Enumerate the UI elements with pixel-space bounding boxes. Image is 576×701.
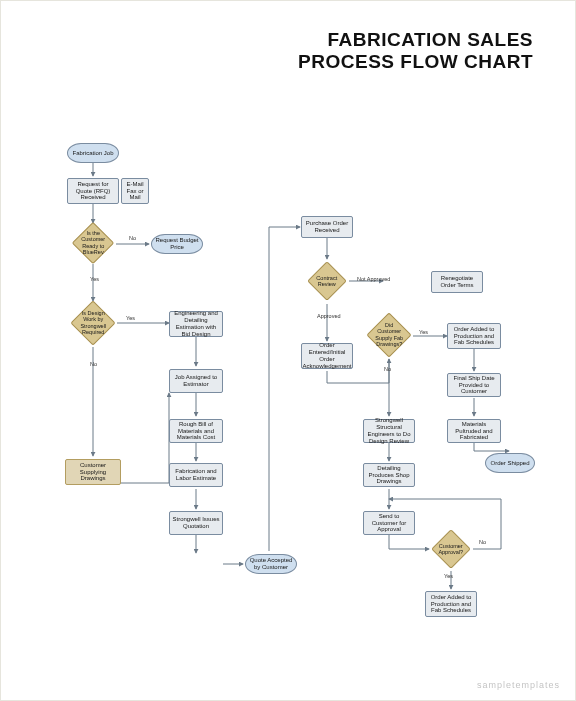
flowchart-canvas: Fabrication Job Request for Quote (RFQ) … — [1, 1, 575, 700]
node-bill: Rough Bill of Materials and Materials Co… — [169, 419, 223, 443]
node-q-contract: Contract Review — [307, 261, 347, 301]
watermark: sampletemplates — [477, 680, 560, 690]
node-order-entered: Order Entered/Initial Order Acknowledgem… — [301, 343, 353, 369]
page: FABRICATION SALES PROCESS FLOW CHART — [0, 0, 576, 701]
node-pultruded: Materials Pultruded and Fabricated — [447, 419, 501, 443]
node-engineering: Engineering and Detailing Estimation wit… — [169, 311, 223, 337]
node-final-ship: Final Ship Date Provided to Customer — [447, 373, 501, 397]
node-issues-quot: Strongwell Issues Quotation — [169, 511, 223, 535]
node-po: Purchase Order Received — [301, 216, 353, 238]
label-approved: Approved — [317, 313, 341, 319]
node-req-budget: Request Budget Price — [151, 234, 203, 254]
node-detailing: Detailing Produces Shop Drawings — [363, 463, 415, 487]
node-rfq: Request for Quote (RFQ) Received — [67, 178, 119, 204]
node-structural: Strongwell Structural Engineers to Do De… — [363, 419, 415, 443]
node-order-added: Order Added to Production and Fab Schedu… — [447, 323, 501, 349]
node-q-supply-fab: Did Customer Supply Fab Drawings? — [366, 312, 411, 357]
node-rfq-side: E-Mail Fax or Mail — [121, 178, 149, 204]
node-fab-est: Fabrication and Labor Estimate — [169, 463, 223, 487]
node-shipped: Order Shipped — [485, 453, 535, 473]
label-not-approved: Not Approved — [357, 276, 390, 282]
label-yes-2: Yes — [126, 315, 135, 321]
label-no-4: No — [479, 539, 486, 545]
node-q-design: Is Design Work by Strongwell Required — [70, 300, 115, 345]
node-order-added2: Order Added to Production and Fab Schedu… — [425, 591, 477, 617]
label-no-1: No — [129, 235, 136, 241]
label-no-3: No — [384, 366, 391, 372]
node-reneg: Renegotiate Order Terms — [431, 271, 483, 293]
connector-lines — [1, 1, 576, 701]
node-assign: Job Assigned to Estimator — [169, 369, 223, 393]
label-yes-3: Yes — [419, 329, 428, 335]
label-yes-1: Yes — [90, 276, 99, 282]
label-no-2: No — [90, 361, 97, 367]
node-q-cust-approval: Customer Approval? — [431, 529, 471, 569]
node-q-bluerev: Is the Customer Ready to BlueRev — [72, 222, 114, 264]
node-quote-accept: Quote Accepted by Customer — [245, 554, 297, 574]
node-cust-supply: Customer Supplying Drawings — [65, 459, 121, 485]
node-send-cust: Send to Customer for Approval — [363, 511, 415, 535]
label-yes-4: Yes — [444, 573, 453, 579]
node-start: Fabrication Job — [67, 143, 119, 163]
